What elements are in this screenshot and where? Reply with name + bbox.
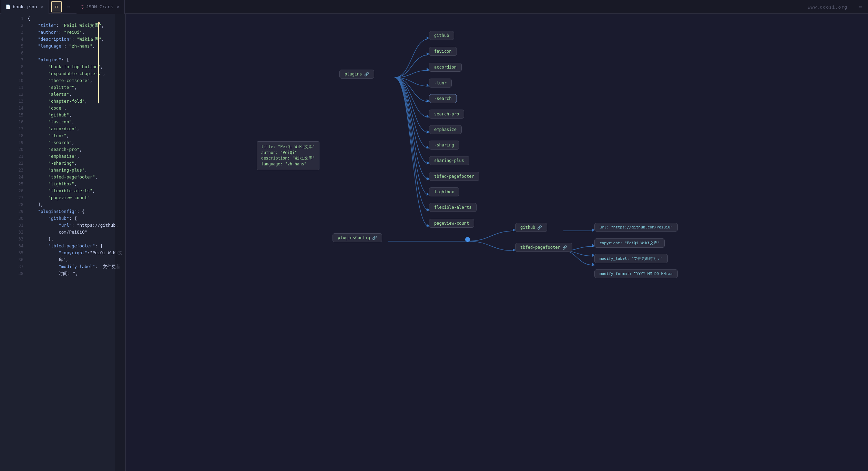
- graph-node-sharing[interactable]: -sharing: [429, 141, 459, 150]
- node-label-favicon: favicon: [434, 49, 452, 54]
- tooltip-author: author: "PeiQi": [261, 150, 315, 155]
- graph-node-cfg-tbfed[interactable]: tbfed-pagefooter 🔗: [515, 243, 572, 252]
- node-label-accordion: accordion: [434, 65, 457, 70]
- json-crack-panel[interactable]: title: "PeiQi WiKi文库" author: "PeiQi" de…: [126, 14, 868, 471]
- line-number-22: 22: [17, 160, 28, 167]
- node-label-pluginsconfig: pluginsConfig: [338, 235, 370, 240]
- code-text-4: "description": "Wiki文库",: [28, 36, 123, 43]
- line-number-34: 34: [17, 243, 28, 249]
- code-line-32: 32 com/PeiQi0": [17, 229, 123, 236]
- line-number-37: 37: [17, 263, 28, 270]
- graph-node-searchpro[interactable]: search-pro: [429, 110, 464, 119]
- code-line-2: 2 "title": "PeiQi WiKi文库",: [17, 22, 123, 29]
- tab-book-json[interactable]: 📄 book.json ✕: [1, 0, 49, 14]
- connections-svg: [126, 14, 868, 471]
- code-line-22: 22 "-sharing",: [17, 160, 123, 167]
- code-line-33: 33 },: [17, 236, 123, 243]
- svg-marker-12: [427, 224, 429, 227]
- svg-marker-18: [592, 263, 594, 266]
- line-number-38: 38: [17, 270, 28, 277]
- svg-marker-16: [592, 244, 594, 247]
- tooltip-language: language: "zh-hans": [261, 162, 315, 166]
- line-number-24: 24: [17, 174, 28, 181]
- code-line-13: 13 "chapter-fold",: [17, 98, 123, 105]
- svg-marker-9: [427, 177, 429, 181]
- svg-marker-8: [427, 161, 429, 165]
- code-line-7: 7 "plugins": [: [17, 57, 123, 63]
- graph-node-flexiblealerts[interactable]: flexible-alerts: [429, 203, 477, 212]
- tab-close-json-crack[interactable]: ✕: [115, 4, 120, 10]
- code-line-18: 18 "-lunr",: [17, 132, 123, 139]
- code-text-8: "back-to-top-button",: [28, 63, 123, 70]
- line-number-25: 25: [17, 181, 28, 187]
- code-text-7: "plugins": [: [28, 57, 123, 63]
- code-text-17: "accordion",: [28, 125, 123, 132]
- graph-node-emphasize[interactable]: emphasize: [429, 125, 462, 134]
- code-text-10: "theme-comscore",: [28, 77, 123, 84]
- graph-node-search[interactable]: -search: [429, 94, 457, 103]
- code-line-8: 8 "back-to-top-button",: [17, 63, 123, 70]
- code-text-37: "modify_label": "文件更新: [28, 263, 123, 270]
- code-line-36: 36 库",: [17, 256, 123, 263]
- code-line-23: 23 "sharing-plus",: [17, 167, 123, 174]
- node-label-plugins: plugins: [345, 72, 362, 76]
- node-label-sharingplus: sharing-plus: [434, 158, 464, 163]
- code-text-12: "alerts",: [28, 91, 123, 98]
- code-line-17: 17 "accordion",: [17, 125, 123, 132]
- svg-marker-4: [427, 99, 429, 103]
- svg-marker-13: [513, 228, 515, 232]
- node-label-cfg-tbfed-copyright: copyright: "PeiQi WiKi文库": [600, 240, 660, 246]
- code-line-6: 6: [17, 50, 123, 57]
- graph-node-github[interactable]: github: [429, 31, 454, 40]
- graph-node-pageviewcount[interactable]: pageview-count: [429, 219, 474, 228]
- code-text-9: "expandable-chapters",: [28, 70, 123, 77]
- graph-node-plugins[interactable]: plugins 🔗: [339, 70, 374, 79]
- graph-node-cfg-tbfed-modifyformat[interactable]: modify_format: "YYYY-MM-DD HH:aa: [594, 269, 678, 278]
- code-line-4: 4 "description": "Wiki文库",: [17, 36, 123, 43]
- svg-marker-15: [592, 228, 594, 232]
- more-options-button[interactable]: ⋯: [64, 2, 74, 12]
- graph-node-pluginsconfig[interactable]: pluginsConfig 🔗: [333, 233, 382, 242]
- svg-marker-0: [427, 37, 429, 40]
- code-text-21: "emphasize",: [28, 153, 123, 160]
- line-number-6: 6: [17, 50, 28, 57]
- line-number-32: 32: [17, 229, 28, 236]
- graph-node-accordion[interactable]: accordion: [429, 63, 462, 72]
- code-editor[interactable]: 1{2 "title": "PeiQi WiKi文库",3 "author": …: [14, 14, 125, 278]
- code-line-11: 11 "splitter",: [17, 84, 123, 91]
- more-options-right-button[interactable]: ⋯: [856, 2, 865, 12]
- svg-marker-10: [427, 193, 429, 196]
- graph-node-sharingplus[interactable]: sharing-plus: [429, 156, 469, 165]
- code-text-31: "url": "https://github.: [28, 222, 123, 229]
- node-label-lightbox: lightbox: [434, 190, 454, 194]
- node-label-github: github: [434, 33, 449, 38]
- minimap: [115, 14, 125, 471]
- graph-node-favicon[interactable]: favicon: [429, 47, 457, 56]
- code-text-26: "flexible-alerts",: [28, 187, 123, 194]
- code-text-23: "sharing-plus",: [28, 167, 123, 174]
- graph-node-lightbox[interactable]: lightbox: [429, 187, 459, 196]
- icon-button-highlighted[interactable]: ⊟: [51, 1, 62, 12]
- tab-close-book-json[interactable]: ✕: [39, 4, 44, 10]
- tab-json-crack[interactable]: ⬡ JSON Crack ✕: [76, 0, 125, 14]
- graph-node-cfg-tbfed-copyright[interactable]: copyright: "PeiQi WiKi文库": [594, 238, 665, 248]
- graph-node-tbfed[interactable]: tbfed-pagefooter: [429, 172, 479, 181]
- code-line-38: 38 时间: ",: [17, 270, 123, 277]
- graph-node-lunr[interactable]: -lunr: [429, 79, 452, 88]
- code-line-16: 16 "favicon",: [17, 119, 123, 125]
- node-label-search: -search: [434, 96, 452, 101]
- code-text-18: "-lunr",: [28, 132, 123, 139]
- node-label-searchpro: search-pro: [434, 112, 459, 116]
- graph-node-cfg-github[interactable]: github 🔗: [515, 223, 547, 232]
- node-label-cfg-tbfed: tbfed-pagefooter: [520, 245, 560, 250]
- code-text-3: "author": "PeiQi",: [28, 29, 123, 36]
- graph-node-cfg-github-url[interactable]: url: "https://github.com/PeiQi0": [594, 223, 678, 232]
- tab-label-json-crack: JSON Crack: [86, 4, 113, 9]
- line-number-19: 19: [17, 139, 28, 146]
- svg-marker-17: [592, 254, 594, 257]
- graph-node-cfg-tbfed-modifylabel[interactable]: modify_label: "文件更新时间：": [594, 254, 668, 263]
- link-icon-plugins: 🔗: [364, 72, 369, 76]
- line-number-3: 3: [17, 29, 28, 36]
- code-text-30: "github": {: [28, 215, 123, 222]
- code-line-5: 5 "language": "zh-hans",: [17, 43, 123, 50]
